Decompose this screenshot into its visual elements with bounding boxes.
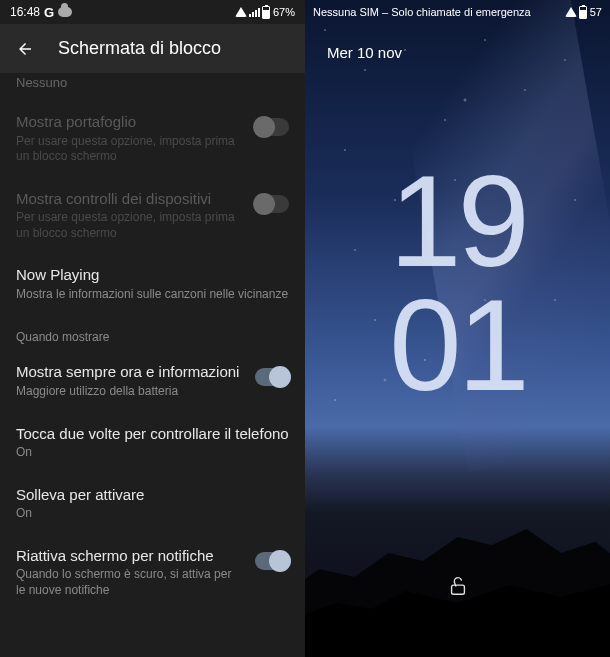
settings-screen: 16:48 G 67% Schermata di blocco Nessuno … <box>0 0 305 657</box>
wifi-icon <box>235 7 247 17</box>
back-icon[interactable] <box>16 40 34 58</box>
setting-wake-for-notifications[interactable]: Riattiva schermo per notifiche Quando lo… <box>16 534 289 611</box>
toggle-wallet[interactable] <box>255 118 289 136</box>
clock-hours: 19 <box>305 160 610 284</box>
setting-double-tap[interactable]: Tocca due volte per controllare il telef… <box>16 412 289 473</box>
signal-icon <box>249 8 260 17</box>
toggle-device-controls[interactable] <box>255 195 289 213</box>
setting-now-playing[interactable]: Now Playing Mostra le informazioni sulle… <box>16 253 289 314</box>
lock-clock: 19 01 <box>305 160 610 407</box>
battery-indicator: 67% <box>262 6 295 19</box>
cloud-icon <box>58 7 72 17</box>
setting-subtitle: Per usare questa opzione, imposta prima … <box>16 134 243 165</box>
battery-icon <box>579 6 587 19</box>
setting-title: Mostra portafoglio <box>16 112 243 132</box>
wallpaper-mountains <box>305 477 610 657</box>
svg-rect-0 <box>451 585 464 594</box>
setting-subtitle: Per usare questa opzione, imposta prima … <box>16 210 243 241</box>
google-icon: G <box>44 5 54 20</box>
setting-subtitle: Quando lo schermo è scuro, si attiva per… <box>16 567 243 598</box>
setting-title: Tocca due volte per controllare il telef… <box>16 424 289 444</box>
setting-device-controls[interactable]: Mostra controlli dei dispositivi Per usa… <box>16 177 289 254</box>
setting-title: Mostra sempre ora e informazioni <box>16 362 243 382</box>
clock-minutes: 01 <box>305 284 610 408</box>
setting-title: Riattiva schermo per notifiche <box>16 546 243 566</box>
page-title: Schermata di blocco <box>58 38 221 59</box>
lock-screen: Nessuna SIM – Solo chiamate di emergenza… <box>305 0 610 657</box>
setting-lift-to-wake[interactable]: Solleva per attivare On <box>16 473 289 534</box>
app-bar: Schermata di blocco <box>0 24 305 73</box>
toggle-wake-notifications[interactable] <box>255 552 289 570</box>
toggle-always-show[interactable] <box>255 368 289 386</box>
settings-content: Nessuno Mostra portafoglio Per usare que… <box>0 73 305 610</box>
section-header: Quando mostrare <box>16 314 289 350</box>
battery-icon <box>262 6 270 19</box>
setting-always-show[interactable]: Mostra sempre ora e informazioni Maggior… <box>16 350 289 411</box>
unlock-icon[interactable] <box>447 575 469 597</box>
setting-subtitle: On <box>16 445 289 461</box>
cut-off-item: Nessuno <box>16 73 289 100</box>
status-bar-left: 16:48 G 67% <box>0 0 305 24</box>
setting-subtitle: Maggiore utilizzo della batteria <box>16 384 243 400</box>
setting-title: Now Playing <box>16 265 289 285</box>
setting-wallet[interactable]: Mostra portafoglio Per usare questa opzi… <box>16 100 289 177</box>
setting-subtitle: Mostra le informazioni sulle canzoni nel… <box>16 287 289 303</box>
battery-text: 67% <box>273 6 295 18</box>
setting-title: Mostra controlli dei dispositivi <box>16 189 243 209</box>
status-time: 16:48 <box>10 5 40 19</box>
setting-title: Solleva per attivare <box>16 485 289 505</box>
setting-subtitle: On <box>16 506 289 522</box>
